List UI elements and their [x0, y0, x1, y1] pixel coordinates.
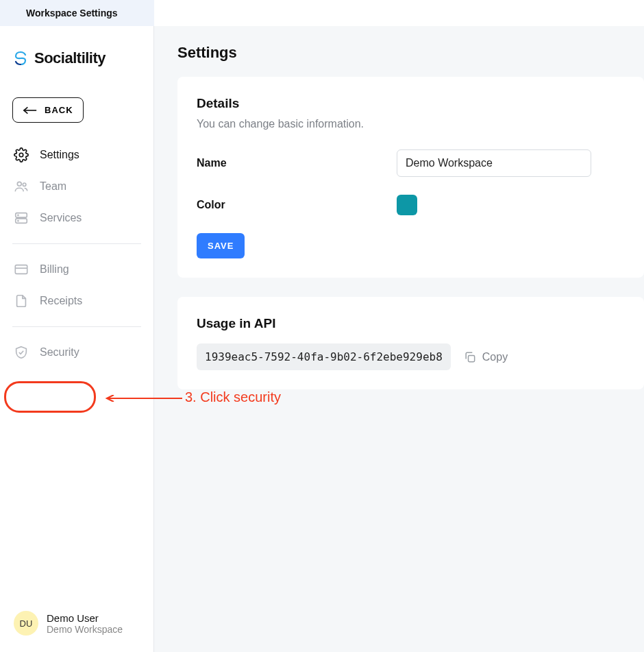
details-card: Details You can change basic information… [177, 77, 644, 278]
page-title: Settings [177, 26, 644, 77]
copy-icon [463, 350, 477, 364]
sidebar-item-services[interactable]: Services [12, 204, 141, 232]
svg-point-1 [19, 153, 23, 157]
brand-name: Socialtility [34, 49, 106, 67]
back-button[interactable]: BACK [12, 97, 84, 123]
details-heading: Details [197, 96, 625, 111]
document-icon [14, 293, 29, 309]
arrow-left-icon [23, 106, 38, 115]
avatar: DU [14, 611, 38, 636]
copy-button-label: Copy [482, 351, 508, 363]
topbar: Workspace Settings [0, 0, 154, 26]
copy-button[interactable]: Copy [463, 350, 508, 364]
sidebar: Socialtility BACK Settings [0, 26, 154, 652]
details-subtitle: You can change basic information. [197, 118, 625, 130]
topbar-title: Workspace Settings [26, 8, 118, 19]
user-name: Demo User [47, 612, 123, 624]
api-heading: Usage in API [197, 316, 625, 331]
shield-icon [14, 345, 29, 360]
user-workspace: Demo Workspace [47, 624, 123, 635]
workspace-name-input[interactable] [397, 149, 591, 177]
sidebar-item-billing[interactable]: Billing [12, 255, 141, 284]
color-label: Color [197, 199, 397, 211]
server-icon [14, 210, 29, 226]
svg-point-2 [17, 182, 21, 186]
divider [12, 243, 141, 244]
gear-icon [14, 147, 29, 162]
brand-logo[interactable]: Socialtility [12, 49, 141, 67]
sidebar-item-settings[interactable]: Settings [12, 141, 141, 169]
sidebar-item-label: Security [40, 346, 79, 359]
back-button-label: BACK [45, 105, 73, 115]
main-content: Settings Details You can change basic in… [154, 26, 644, 652]
nav-group-main: Settings Team [12, 141, 141, 232]
credit-card-icon [14, 262, 29, 277]
nav-group-security: Security [12, 338, 141, 367]
svg-point-6 [18, 215, 18, 215]
sidebar-item-label: Billing [40, 263, 69, 276]
user-footer[interactable]: DU Demo User Demo Workspace [12, 607, 141, 640]
name-row: Name [197, 149, 625, 177]
brand-logo-icon [12, 50, 29, 67]
sidebar-item-label: Settings [40, 149, 79, 161]
user-meta: Demo User Demo Workspace [47, 612, 123, 635]
save-button[interactable]: SAVE [197, 233, 245, 258]
color-row: Color [197, 195, 625, 215]
color-swatch[interactable] [397, 195, 417, 215]
sidebar-item-team[interactable]: Team [12, 172, 141, 201]
sidebar-item-security[interactable]: Security [12, 338, 141, 367]
api-card: Usage in API 1939eac5-7592-40fa-9b02-6f2… [177, 297, 644, 389]
svg-rect-10 [468, 355, 474, 361]
svg-point-7 [18, 221, 18, 221]
sidebar-item-label: Team [40, 180, 66, 193]
avatar-initials: DU [20, 618, 33, 629]
users-icon [14, 179, 29, 194]
sidebar-item-label: Receipts [40, 295, 82, 307]
svg-point-3 [23, 183, 26, 186]
name-label: Name [197, 157, 397, 169]
divider [12, 326, 141, 327]
nav-group-billing: Billing Receipts [12, 255, 141, 315]
api-key-value: 1939eac5-7592-40fa-9b02-6f2ebe929eb8 [197, 343, 451, 370]
sidebar-item-receipts[interactable]: Receipts [12, 287, 141, 315]
sidebar-item-label: Services [40, 212, 82, 224]
svg-rect-8 [15, 265, 27, 274]
